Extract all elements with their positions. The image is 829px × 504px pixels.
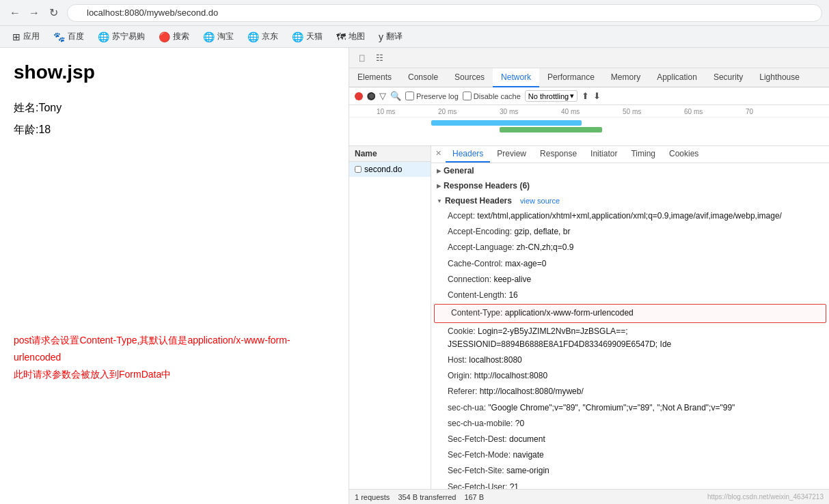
bookmark-translate-label: 翻译 — [386, 31, 403, 42]
bookmark-suning[interactable]: 🌐 苏宁易购 — [92, 28, 150, 45]
bookmark-map[interactable]: 🗺 地图 — [331, 28, 370, 45]
header-row-sec-ch-ua-mobile: sec-ch-ua-mobile: ?0 — [431, 416, 829, 432]
bookmark-apps[interactable]: ⊞ 应用 — [7, 28, 45, 45]
timeline-label-40ms: 40 ms — [561, 108, 580, 115]
tab-console[interactable]: Console — [400, 68, 446, 87]
name-label: 姓名:Tony — [14, 97, 335, 119]
back-button[interactable]: ← — [7, 5, 23, 21]
bookmark-search[interactable]: 🔴 搜索 — [153, 28, 195, 45]
tab-sources[interactable]: Sources — [446, 68, 493, 87]
bookmarks-bar: ⊞ 应用 🐾 百度 🌐 苏宁易购 🔴 搜索 🌐 淘宝 🌐 京东 🌐 天猫 🗺 地… — [0, 26, 829, 48]
refresh-button[interactable]: ↻ — [45, 5, 62, 21]
timeline-label-70: 70 — [746, 108, 753, 115]
header-row-accept: Accept: text/html,application/xhtml+xml,… — [431, 208, 829, 224]
watermark-text: https://blog.csdn.net/weixin_46347213 — [707, 493, 824, 501]
annotation-text: post请求会设置Content-Type,其默认值是application/x… — [14, 332, 335, 384]
upload-icon[interactable]: ⬆ — [582, 91, 589, 101]
network-list-item[interactable]: second.do — [349, 162, 431, 177]
device-toggle-button[interactable]: ☷ — [371, 50, 388, 66]
browser-chrome: ← → ↻ 🔒 localhost:8080/myweb/second.do — [0, 0, 829, 26]
tab-elements[interactable]: Elements — [349, 68, 400, 87]
apps-icon: ⊞ — [12, 31, 21, 42]
bookmark-baidu[interactable]: 🐾 百度 — [48, 28, 90, 45]
request-headers-label: Request Headers — [445, 196, 512, 206]
main-area: show.jsp 姓名:Tony 年龄:18 post请求会设置Content-… — [0, 48, 829, 504]
disable-cache-label[interactable]: Disable cache — [463, 92, 521, 100]
header-tab-cookies[interactable]: Cookies — [662, 146, 705, 163]
bookmark-tianmao-label: 天猫 — [306, 31, 323, 42]
header-tab-headers[interactable]: Headers — [446, 146, 490, 163]
throttle-arrow-icon: ▾ — [570, 92, 574, 100]
map-icon: 🗺 — [336, 31, 346, 42]
devtools-tabs: Elements Console Sources Network Perform… — [349, 68, 829, 87]
timeline-bars — [349, 117, 829, 146]
headers-tabs: ✕ Headers Preview Response Initiator Tim… — [431, 146, 829, 163]
inspect-element-button[interactable]: ⎕ — [353, 50, 370, 66]
tab-network[interactable]: Network — [493, 68, 539, 87]
header-row-cache-control: Cache-Control: max-age=0 — [431, 256, 829, 272]
bookmark-taobao[interactable]: 🌐 淘宝 — [198, 28, 239, 45]
view-source-link[interactable]: view source — [520, 197, 560, 205]
general-section-header[interactable]: ▶ General — [431, 163, 829, 178]
bookmark-jd[interactable]: 🌐 京东 — [242, 28, 284, 45]
network-toolbar: ⬡ ▽ 🔍 Preserve log Disable cache No thro… — [349, 87, 829, 105]
address-bar[interactable]: localhost:8080/myweb/second.do — [67, 4, 822, 22]
timeline-label-20ms: 20 ms — [438, 108, 457, 115]
general-triangle-icon: ▶ — [437, 168, 441, 174]
bookmark-suning-label: 苏宁易购 — [112, 31, 145, 42]
stop-button[interactable]: ⬡ — [367, 92, 375, 100]
resource-size: 167 B — [464, 493, 484, 501]
disable-cache-text: Disable cache — [474, 92, 521, 100]
preserve-log-checkbox[interactable] — [405, 92, 414, 100]
timeline-ruler: 10 ms 20 ms 30 ms 40 ms 50 ms 60 ms 70 — [349, 105, 829, 117]
header-row-origin: Origin: http://localhost:8080 — [431, 368, 829, 384]
annotation-line1: post请求会设置Content-Type,其默认值是application/x… — [14, 332, 335, 366]
header-row-accept-language: Accept-Language: zh-CN,zh;q=0.9 — [431, 240, 829, 255]
requests-count: 1 requests — [355, 493, 390, 501]
forward-button[interactable]: → — [26, 5, 42, 21]
search-engine-icon: 🔴 — [159, 31, 170, 42]
tab-memory[interactable]: Memory — [603, 68, 649, 87]
throttle-dropdown[interactable]: No throttling ▾ — [525, 90, 577, 102]
timeline-waterfall-green — [500, 127, 602, 132]
response-headers-section-header[interactable]: ▶ Response Headers (6) — [431, 178, 829, 193]
header-row-cookie: Cookie: Login=2-yB5yJZIML2NvBn=JzBSGLA==… — [431, 324, 829, 352]
timeline-label-30ms: 30 ms — [500, 108, 518, 115]
tianmao-icon: 🌐 — [292, 31, 303, 42]
preserve-log-text: Preserve log — [416, 92, 459, 100]
record-button[interactable] — [355, 92, 363, 100]
annotation-line2: 此时请求参数会被放入到FormData中 — [14, 366, 335, 383]
disable-cache-checkbox[interactable] — [463, 92, 472, 100]
bookmark-tianmao[interactable]: 🌐 天猫 — [286, 28, 328, 45]
header-row-connection: Connection: keep-alive — [431, 272, 829, 288]
header-row-host: Host: localhost:8080 — [431, 352, 829, 368]
close-tab-icon[interactable]: ✕ — [431, 146, 446, 163]
header-tab-timing[interactable]: Timing — [624, 146, 662, 163]
response-triangle-icon: ▶ — [437, 183, 441, 189]
age-label: 年龄:18 — [14, 119, 335, 141]
response-headers-label: Response Headers (6) — [444, 181, 530, 191]
network-item-checkbox[interactable] — [355, 166, 362, 173]
nav-buttons: ← → ↻ — [7, 5, 62, 21]
header-row-sec-fetch-site: Sec-Fetch-Site: same-origin — [431, 463, 829, 479]
header-tab-preview[interactable]: Preview — [490, 146, 533, 163]
tab-security[interactable]: Security — [705, 68, 751, 87]
preserve-log-label[interactable]: Preserve log — [405, 92, 459, 100]
download-icon[interactable]: ⬇ — [593, 91, 601, 101]
bookmark-translate[interactable]: y 翻译 — [373, 28, 408, 45]
baidu-icon: 🐾 — [53, 31, 65, 42]
tab-performance[interactable]: Performance — [539, 68, 603, 87]
header-tab-response[interactable]: Response — [533, 146, 584, 163]
header-tab-initiator[interactable]: Initiator — [584, 146, 624, 163]
header-row-sec-fetch-dest: Sec-Fetch-Dest: document — [431, 432, 829, 447]
tab-application[interactable]: Application — [649, 68, 705, 87]
devtools-panel: ⎕ ☷ Elements Console Sources Network Per… — [349, 48, 829, 504]
bookmark-baidu-label: 百度 — [68, 31, 84, 42]
search-icon[interactable]: 🔍 — [390, 91, 401, 101]
page-info: 姓名:Tony 年龄:18 — [14, 97, 335, 141]
tab-lighthouse[interactable]: Lighthouse — [751, 68, 808, 87]
throttle-label: No throttling — [528, 92, 569, 100]
request-headers-section-header[interactable]: ▼ Request Headers view source — [431, 193, 829, 208]
filter-icon[interactable]: ▽ — [379, 91, 386, 101]
timeline-area: 10 ms 20 ms 30 ms 40 ms 50 ms 60 ms 70 — [349, 105, 829, 146]
